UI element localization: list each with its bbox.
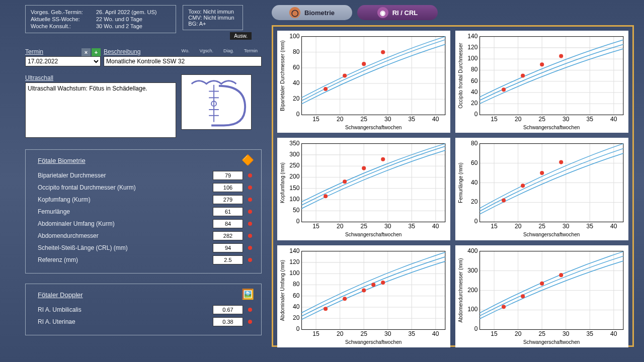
svg-text:80: 80: [293, 281, 300, 288]
svg-text:30: 30: [384, 223, 391, 230]
ultrasound-textarea[interactable]: Ultraschall Wachstum: Fötus in Schädella…: [25, 82, 176, 138]
svg-point-31: [324, 87, 328, 91]
fetal-sketch-thumb[interactable]: [181, 74, 252, 130]
svg-text:15: 15: [312, 330, 319, 337]
svg-point-67: [521, 73, 525, 77]
fetal-doppler-panel: 🖼️ Fötaler Doppler RI A. Umbilicalis RI …: [25, 284, 262, 335]
growth-chart: 152025303540020406080100120140Schwangers…: [277, 245, 450, 347]
metric-input[interactable]: [213, 195, 243, 204]
patient-summary-box: Vorges. Geb.-Termin:26. April 2022 (gem.…: [25, 5, 176, 33]
svg-text:50: 50: [293, 207, 300, 214]
svg-text:60: 60: [293, 292, 300, 299]
metric-input[interactable]: [213, 231, 243, 240]
svg-text:25: 25: [538, 223, 545, 230]
svg-point-66: [502, 87, 506, 92]
svg-text:15: 15: [491, 330, 498, 337]
doppler-row: RI A. Uterinae: [38, 316, 252, 328]
svg-text:Kopfumfang (mm): Kopfumfang (mm): [280, 162, 285, 203]
svg-text:20: 20: [337, 330, 344, 337]
serology-box: Toxo: Nicht immun CMV: Nicht immun BG: A…: [183, 5, 243, 30]
svg-text:30: 30: [384, 116, 391, 123]
metric-input[interactable]: [213, 183, 243, 192]
metric-input[interactable]: [213, 243, 243, 252]
svg-text:25: 25: [360, 116, 367, 123]
doppler-title: Fötaler Doppler: [38, 291, 252, 299]
svg-text:40: 40: [610, 330, 617, 337]
metric-label: Biparietaler Durchmesser: [38, 172, 213, 179]
ultraschall-label: Ultraschall: [25, 74, 176, 81]
metric-input[interactable]: [213, 305, 243, 314]
svg-point-165: [324, 307, 328, 311]
svg-point-167: [362, 288, 366, 292]
svg-point-34: [381, 50, 385, 54]
edd-value: 26. April 2022 (gem. US): [96, 9, 156, 15]
description-input[interactable]: [104, 56, 262, 66]
svg-point-198: [559, 273, 563, 277]
status-dot-icon: [248, 186, 252, 190]
svg-text:Schwangerschaftwochen: Schwangerschaftwochen: [345, 232, 401, 237]
growth-chart: 152025303540050100150200250300350Schwang…: [277, 138, 450, 240]
svg-point-131: [521, 184, 525, 188]
biometry-row: Femurlänge: [38, 206, 252, 218]
metric-input[interactable]: [213, 219, 243, 228]
doppler-row: RI A. Umbilicalis: [38, 304, 252, 316]
metric-input[interactable]: [213, 171, 243, 180]
svg-rect-30: [302, 37, 445, 115]
svg-text:0: 0: [474, 218, 478, 225]
tab-ri-crl[interactable]: ◉ RI / CRL: [357, 5, 438, 20]
svg-text:0: 0: [474, 325, 478, 332]
svg-text:300: 300: [467, 266, 477, 274]
svg-text:40: 40: [471, 179, 478, 186]
svg-rect-164: [302, 251, 445, 329]
svg-text:Abdominaler Umfang (mm): Abdominaler Umfang (mm): [280, 259, 285, 320]
gest-week-label: Aktuelle SS-Woche:: [31, 16, 91, 22]
delete-termin-button[interactable]: ×: [82, 48, 91, 56]
svg-text:200: 200: [289, 173, 299, 180]
svg-text:20: 20: [337, 223, 344, 230]
svg-text:40: 40: [471, 88, 478, 96]
fetal-biometry-panel: 🔶 Fötale Biometrie Biparietaler Durchmes…: [25, 149, 262, 274]
svg-point-102: [343, 180, 347, 184]
svg-text:100: 100: [467, 306, 477, 313]
svg-text:400: 400: [467, 247, 477, 254]
biometry-title: Fötale Biometrie: [38, 157, 252, 164]
add-termin-button[interactable]: +: [92, 48, 101, 56]
svg-text:20: 20: [337, 116, 344, 123]
svg-text:0: 0: [474, 111, 478, 118]
metric-label: Femurlänge: [38, 208, 213, 215]
status-dot-icon: [248, 246, 252, 250]
svg-text:40: 40: [610, 223, 617, 230]
ausw-button[interactable]: Ausw.: [230, 32, 252, 40]
svg-text:100: 100: [289, 196, 299, 203]
growth-chart: 1520253035400100200300400Schwangerschaft…: [455, 245, 628, 347]
svg-text:35: 35: [409, 116, 416, 123]
biometry-icon: 🔶: [242, 154, 254, 166]
svg-text:80: 80: [471, 140, 478, 147]
svg-text:0: 0: [296, 325, 300, 332]
svg-text:25: 25: [538, 330, 545, 337]
svg-text:20: 20: [293, 95, 300, 102]
tab-biometrie[interactable]: ◯ Biometrie: [272, 5, 352, 20]
svg-point-104: [381, 157, 385, 161]
bloodgroup-status: BG: A+: [188, 21, 237, 27]
charts-grid: 152025303540020406080100Schwangerschaftw…: [272, 25, 634, 347]
svg-text:350: 350: [289, 140, 299, 147]
metric-input[interactable]: [213, 207, 243, 216]
svg-text:25: 25: [538, 116, 545, 123]
svg-point-169: [381, 281, 385, 285]
cmv-status: CMV: Nicht immun: [188, 15, 237, 21]
termin-select[interactable]: 17.02.2022: [25, 56, 101, 66]
svg-text:20: 20: [515, 330, 522, 337]
metric-input[interactable]: [213, 255, 243, 264]
svg-text:35: 35: [409, 330, 416, 337]
svg-text:120: 120: [289, 258, 299, 265]
svg-text:Schwangerschaftwochen: Schwangerschaftwochen: [345, 339, 401, 344]
metric-input[interactable]: [213, 317, 243, 326]
svg-rect-65: [480, 37, 623, 115]
status-dot-icon: [248, 308, 252, 312]
svg-point-103: [362, 166, 366, 170]
svg-text:35: 35: [587, 116, 594, 123]
svg-text:40: 40: [610, 116, 617, 123]
svg-text:Biparietaler Durchmesser (mm): Biparietaler Durchmesser (mm): [280, 40, 285, 111]
biometry-row: Occipito frontal Durchmesser (Kurm): [38, 182, 252, 194]
